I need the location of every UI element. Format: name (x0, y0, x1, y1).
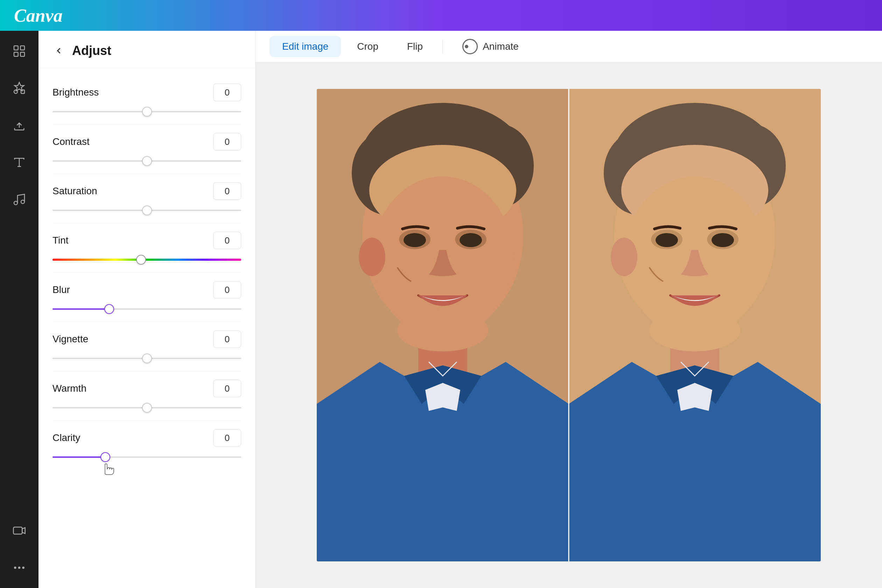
tint-value[interactable]: 0 (213, 232, 241, 249)
canva-logo: Canva (14, 5, 63, 26)
adjust-panel: Adjust Brightness 0 Contrast 0 (39, 31, 255, 588)
panel-header: Adjust (39, 31, 255, 68)
clarity-control: Clarity 0 (52, 421, 241, 470)
warmth-control: Warmth 0 (52, 371, 241, 421)
animate-button[interactable]: Animate (450, 36, 531, 57)
cursor-icon (102, 460, 114, 477)
brightness-value[interactable]: 0 (213, 84, 241, 101)
contrast-value[interactable]: 0 (213, 133, 241, 150)
header: Canva (0, 0, 882, 31)
warmth-slider[interactable] (52, 404, 241, 412)
top-toolbar: Edit image Crop Flip Animate (255, 31, 882, 62)
blur-slider[interactable] (52, 305, 241, 313)
saturation-value[interactable]: 0 (213, 182, 241, 200)
svg-point-39 (649, 309, 740, 351)
tint-label: Tint (52, 235, 69, 246)
contrast-slider[interactable] (52, 157, 241, 165)
tint-control: Tint 0 (52, 223, 241, 273)
svg-point-11 (22, 567, 24, 569)
svg-point-7 (21, 200, 24, 204)
sidebar-icon-text[interactable] (9, 153, 29, 172)
blur-control: Blur 0 (52, 273, 241, 322)
svg-rect-8 (13, 527, 22, 534)
svg-point-35 (656, 233, 678, 247)
sidebar-icon-video[interactable] (9, 521, 29, 540)
sidebar-icon-uploads[interactable] (9, 116, 29, 135)
image-left (317, 89, 569, 561)
vignette-label: Vignette (52, 333, 88, 345)
sidebar-icon-more[interactable] (9, 558, 29, 578)
svg-point-23 (359, 238, 386, 276)
contrast-label: Contrast (52, 136, 90, 147)
sidebar-icon-templates[interactable] (9, 41, 29, 61)
image-container (317, 89, 821, 561)
edit-image-button[interactable]: Edit image (270, 36, 341, 57)
back-button[interactable] (52, 45, 65, 57)
clarity-slider[interactable] (52, 453, 241, 461)
sidebar-icon-audio[interactable] (9, 190, 29, 209)
svg-point-37 (611, 238, 638, 276)
canvas-area (255, 62, 882, 588)
brightness-label: Brightness (52, 87, 99, 98)
svg-point-21 (404, 233, 426, 247)
svg-point-36 (711, 233, 734, 247)
right-area: Edit image Crop Flip Animate (255, 31, 882, 588)
brightness-slider[interactable] (52, 108, 241, 116)
warmth-label: Warmth (52, 383, 87, 394)
svg-point-10 (18, 567, 21, 569)
saturation-slider[interactable] (52, 206, 241, 214)
panel-title: Adjust (72, 44, 111, 58)
saturation-control: Saturation 0 (52, 174, 241, 223)
svg-point-25 (397, 309, 488, 351)
contrast-control: Contrast 0 (52, 124, 241, 174)
svg-point-9 (14, 567, 16, 569)
svg-rect-2 (14, 52, 18, 56)
vignette-control: Vignette 0 (52, 322, 241, 371)
adjust-controls: Brightness 0 Contrast 0 (39, 68, 255, 477)
svg-point-22 (459, 233, 482, 247)
clarity-label: Clarity (52, 432, 80, 444)
blur-label: Blur (52, 284, 70, 296)
blur-value[interactable]: 0 (213, 281, 241, 298)
saturation-label: Saturation (52, 186, 97, 197)
svg-rect-3 (20, 52, 24, 56)
vignette-value[interactable]: 0 (213, 330, 241, 348)
svg-rect-0 (14, 46, 18, 50)
crop-button[interactable]: Crop (344, 36, 391, 57)
warmth-value[interactable]: 0 (213, 380, 241, 397)
clarity-value[interactable]: 0 (213, 429, 241, 447)
svg-point-6 (14, 201, 18, 205)
image-right (569, 89, 821, 561)
tint-slider[interactable] (52, 255, 241, 264)
main-layout: Adjust Brightness 0 Contrast 0 (0, 31, 882, 588)
split-line (568, 89, 570, 561)
flip-button[interactable]: Flip (394, 36, 435, 57)
svg-point-4 (14, 90, 18, 93)
toolbar-divider (442, 39, 443, 54)
left-sidebar (0, 31, 39, 588)
svg-rect-1 (20, 46, 24, 50)
brightness-control: Brightness 0 (52, 75, 241, 124)
sidebar-icon-elements[interactable] (9, 78, 29, 98)
animate-icon (462, 39, 478, 54)
vignette-slider[interactable] (52, 354, 241, 363)
